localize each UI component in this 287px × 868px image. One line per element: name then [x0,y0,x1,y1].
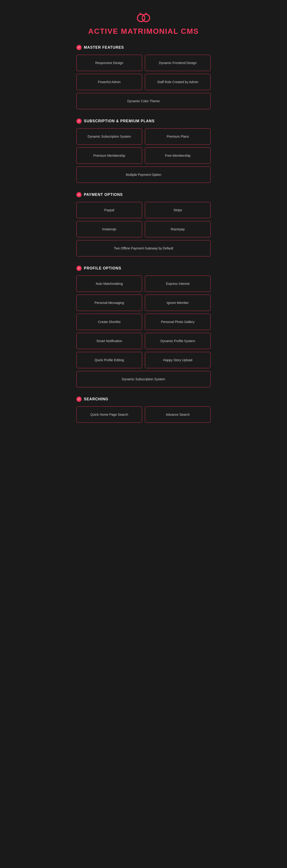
feature-box: Create Shortlist [76,314,142,330]
section-title: PAYMENT OPTIONS [84,193,123,197]
section-master-features: MASTER FEATURESResponsive DesignDynamic … [76,45,211,109]
feature-box: Two Offline Payment Gateway by Default [76,240,211,256]
section-header-master-features: MASTER FEATURES [76,45,211,50]
main-title: ACTIVE MATRIMONIAL CMS [76,27,211,36]
feature-box: Dynamic Frontend Design [145,55,211,71]
section-title: MASTER FEATURES [84,45,124,50]
section-title: SUBSCRIPTION & PREMIUM PLANS [84,119,155,123]
feature-box: Advance Search [145,406,211,423]
feature-box: Free Membership [145,148,211,164]
feature-box: Instamojo [76,221,142,237]
section-header-payment-options: PAYMENT OPTIONS [76,192,211,197]
section-searching: SEARCHINGQuick Home Page SearchAdvance S… [76,397,211,423]
feature-box: Ignore Member [145,294,211,311]
section-payment-options: PAYMENT OPTIONSPaypalStripeInstamojoRazo… [76,192,211,256]
check-icon [76,397,82,402]
check-icon [76,45,82,50]
feature-box: Stripe [145,202,211,218]
features-grid: Dynamic Subscription SystemPremium Plans… [76,128,211,183]
feature-box: Quick Home Page Search [76,406,142,423]
section-title: PROFILE OPTIONS [84,266,121,270]
feature-box: Personal Photo Gallery [145,314,211,330]
features-grid: Responsive DesignDynamic Frontend Design… [76,55,211,109]
feature-box: Staff Role Created by Admin [145,74,211,90]
feature-box: Responsive Design [76,55,142,71]
sections-container: MASTER FEATURESResponsive DesignDynamic … [76,45,211,423]
section-title: SEARCHING [84,397,108,401]
header: ACTIVE MATRIMONIAL CMS [76,9,211,36]
feature-box: Dynamic Subscription System [76,371,211,387]
feature-box: Multiple Payment Option [76,166,211,183]
feature-box: Dynamic Color Theme [76,93,211,109]
features-grid: Auto MatchmakingExpress InterestPersonal… [76,276,211,387]
feature-box: Dynamic Profile System [145,333,211,349]
logo-icon [76,9,211,24]
feature-box: Paypal [76,202,142,218]
section-subscription: SUBSCRIPTION & PREMIUM PLANSDynamic Subs… [76,119,211,183]
check-icon [76,266,82,271]
section-header-searching: SEARCHING [76,397,211,402]
feature-box: Happy Story Upload [145,352,211,368]
feature-box: Dynamic Subscription System [76,128,142,145]
feature-box: Personal Messaging [76,294,142,311]
feature-box: Premium Membership [76,148,142,164]
feature-box: Powerful Admin [76,74,142,90]
section-header-profile-options: PROFILE OPTIONS [76,266,211,271]
feature-box: Quick Profile Editing [76,352,142,368]
features-grid: Quick Home Page SearchAdvance Search [76,406,211,423]
feature-box: Express Interest [145,276,211,292]
features-grid: PaypalStripeInstamojoRazorpayTwo Offline… [76,202,211,256]
section-profile-options: PROFILE OPTIONSAuto MatchmakingExpress I… [76,266,211,387]
feature-box: Razorpay [145,221,211,237]
check-icon [76,192,82,197]
feature-box: Smart Notification [76,333,142,349]
feature-box: Auto Matchmaking [76,276,142,292]
feature-box: Premium Plans [145,128,211,145]
section-header-subscription: SUBSCRIPTION & PREMIUM PLANS [76,119,211,124]
check-icon [76,119,82,124]
